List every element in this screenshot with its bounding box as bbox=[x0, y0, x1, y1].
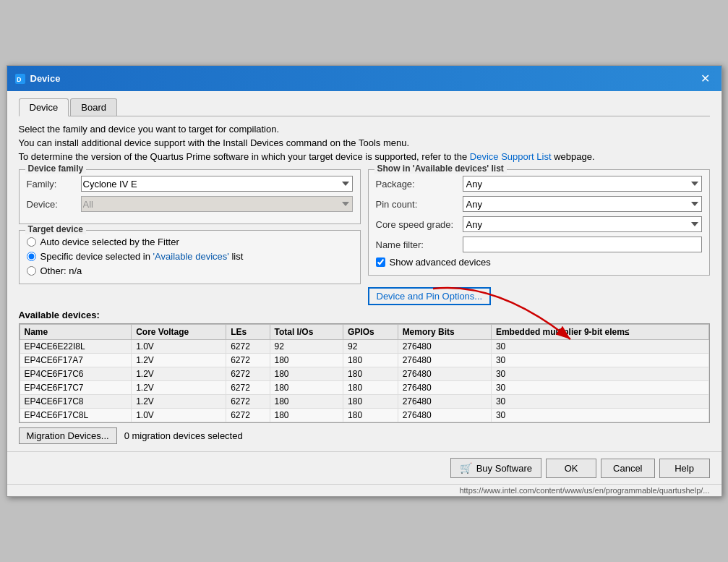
table-row[interactable]: EP4CE6F17A71.2V627218018027648030 bbox=[20, 354, 708, 367]
help-button[interactable]: Help bbox=[659, 459, 710, 478]
specific-device-radio[interactable] bbox=[27, 252, 36, 261]
table-row[interactable]: EP4CE6F17C81.2V627218018027648030 bbox=[20, 395, 708, 409]
core-speed-label: Core speed grade: bbox=[376, 219, 463, 230]
table-row[interactable]: EP4CE6F17C61.2V627218018027648030 bbox=[20, 367, 708, 381]
table-header-row: Name Core Voltage LEs Total I/Os GPIOs M… bbox=[20, 325, 708, 340]
table-row[interactable]: EP4CE6F17C71.2V627218018027648030 bbox=[20, 381, 708, 395]
device-family-group: Device family Family: Cyclone IV E Devic… bbox=[19, 169, 361, 224]
device-pin-area: Device and Pin Options... bbox=[368, 281, 710, 305]
pin-count-select[interactable]: Any bbox=[463, 196, 702, 212]
cell-core_voltage: 1.2V bbox=[132, 395, 226, 409]
buy-software-button[interactable]: 🛒 Buy Software bbox=[450, 458, 541, 478]
other-radio[interactable] bbox=[27, 266, 36, 276]
cell-les: 6272 bbox=[226, 354, 270, 367]
cell-memory_bits: 276480 bbox=[398, 354, 491, 367]
table-row[interactable]: EP4CE6E22I8L1.0V6272929227648030 bbox=[20, 340, 708, 354]
target-device-group-label: Target device bbox=[25, 224, 86, 234]
svg-text:D: D bbox=[17, 76, 22, 83]
cell-gpios: 180 bbox=[343, 367, 398, 381]
cell-name: EP4CE6F17C6 bbox=[20, 367, 132, 381]
cell-les: 6272 bbox=[226, 381, 270, 395]
col-total-ios: Total I/Os bbox=[270, 325, 343, 340]
left-panel: Device family Family: Cyclone IV E Devic… bbox=[19, 169, 361, 305]
device-family-label: Device family bbox=[25, 163, 87, 174]
col-name: Name bbox=[20, 325, 132, 340]
family-row: Family: Cyclone IV E bbox=[27, 176, 353, 192]
package-select[interactable]: Any bbox=[463, 176, 702, 192]
col-core-voltage: Core Voltage bbox=[132, 325, 226, 340]
info-line2: You can install additional device suppor… bbox=[19, 137, 710, 148]
cell-les: 6272 bbox=[226, 367, 270, 381]
buy-software-label: Buy Software bbox=[476, 463, 532, 474]
footer: 🛒 Buy Software OK Cancel Help bbox=[7, 451, 721, 484]
cell-les: 6272 bbox=[226, 340, 270, 354]
cell-name: EP4CE6F17C7 bbox=[20, 381, 132, 395]
cell-name: EP4CE6F17A7 bbox=[20, 354, 132, 367]
migration-devices-button[interactable]: Migration Devices... bbox=[19, 427, 117, 444]
cell-embedded: 30 bbox=[491, 409, 708, 422]
auto-device-row: Auto device selected by the Fitter bbox=[27, 237, 353, 247]
tab-device[interactable]: Device bbox=[19, 98, 69, 116]
package-label: Package: bbox=[376, 179, 463, 190]
cell-total_ios: 92 bbox=[270, 340, 343, 354]
cell-gpios: 180 bbox=[343, 354, 398, 367]
other-row: Other: n/a bbox=[27, 265, 353, 276]
ok-button[interactable]: OK bbox=[546, 459, 596, 478]
device-pin-options-button[interactable]: Device and Pin Options... bbox=[368, 287, 492, 305]
cell-total_ios: 180 bbox=[270, 381, 343, 395]
cell-memory_bits: 276480 bbox=[398, 409, 491, 422]
device-field-label: Device: bbox=[27, 199, 81, 210]
device-support-link[interactable]: Device Support List bbox=[470, 151, 552, 162]
available-devices-section: Available devices: Name Core Voltage LEs… bbox=[19, 310, 710, 444]
device-select[interactable]: All bbox=[81, 196, 353, 212]
cell-total_ios: 180 bbox=[270, 354, 343, 367]
close-button[interactable]: ✕ bbox=[696, 70, 714, 87]
tab-bar: Device Board bbox=[19, 98, 710, 116]
show-advanced-checkbox[interactable] bbox=[376, 257, 385, 267]
info-line3-suffix: webpage. bbox=[552, 151, 595, 162]
dialog-title: Device bbox=[30, 73, 61, 84]
device-table: Name Core Voltage LEs Total I/Os GPIOs M… bbox=[20, 324, 709, 422]
migration-status: 0 migration devices selected bbox=[124, 430, 243, 441]
target-device-group: Target device Auto device selected by th… bbox=[19, 230, 361, 284]
cell-name: EP4CE6F17C8 bbox=[20, 395, 132, 409]
device-table-body: EP4CE6E22I8L1.0V6272929227648030EP4CE6F1… bbox=[20, 340, 708, 422]
cell-core_voltage: 1.0V bbox=[132, 340, 226, 354]
cell-core_voltage: 1.2V bbox=[132, 354, 226, 367]
tab-board[interactable]: Board bbox=[70, 98, 117, 116]
name-filter-input[interactable] bbox=[463, 237, 702, 252]
cancel-button[interactable]: Cancel bbox=[601, 459, 654, 478]
cell-embedded: 30 bbox=[491, 381, 708, 395]
cell-embedded: 30 bbox=[491, 340, 708, 354]
specific-highlight: 'Available devices' bbox=[153, 251, 229, 262]
core-speed-select[interactable]: Any bbox=[463, 216, 702, 232]
cart-icon: 🛒 bbox=[460, 462, 472, 474]
cell-gpios: 180 bbox=[343, 395, 398, 409]
cell-total_ios: 180 bbox=[270, 409, 343, 422]
table-row[interactable]: EP4CE6F17C8L1.0V627218018027648030 bbox=[20, 409, 708, 422]
cell-gpios: 180 bbox=[343, 381, 398, 395]
device-table-wrapper[interactable]: Name Core Voltage LEs Total I/Os GPIOs M… bbox=[19, 323, 710, 423]
cell-core_voltage: 1.0V bbox=[132, 409, 226, 422]
cell-name: EP4CE6F17C8L bbox=[20, 409, 132, 422]
status-url: https://www.intel.com/content/www/us/en/… bbox=[459, 486, 709, 495]
family-select[interactable]: Cyclone IV E bbox=[81, 176, 353, 192]
cell-total_ios: 180 bbox=[270, 367, 343, 381]
specific-device-row: Specific device selected in 'Available d… bbox=[27, 251, 353, 262]
info-line3-prefix: To determine the version of the Quartus … bbox=[19, 151, 470, 162]
dialog-icon: D bbox=[14, 73, 26, 85]
cell-core_voltage: 1.2V bbox=[132, 367, 226, 381]
auto-device-radio[interactable] bbox=[27, 237, 36, 247]
col-les: LEs bbox=[226, 325, 270, 340]
cell-embedded: 30 bbox=[491, 367, 708, 381]
cell-memory_bits: 276480 bbox=[398, 395, 491, 409]
specific-prefix: Specific device selected in bbox=[40, 251, 153, 262]
package-row: Package: Any bbox=[376, 176, 702, 192]
cell-embedded: 30 bbox=[491, 395, 708, 409]
show-advanced-label: Show advanced devices bbox=[390, 257, 491, 268]
col-memory-bits: Memory Bits bbox=[398, 325, 491, 340]
cell-gpios: 92 bbox=[343, 340, 398, 354]
cell-gpios: 180 bbox=[343, 409, 398, 422]
cell-embedded: 30 bbox=[491, 354, 708, 367]
show-available-label: Show in 'Available devices' list bbox=[374, 163, 507, 174]
